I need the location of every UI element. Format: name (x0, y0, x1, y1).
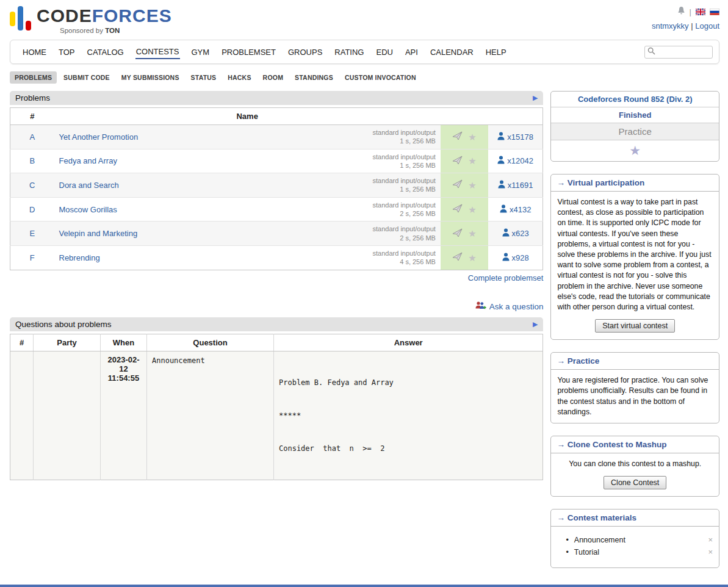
russia-flag-icon[interactable] (710, 9, 719, 15)
subnav-submit-code[interactable]: SUBMIT CODE (59, 71, 115, 84)
problem-name-link[interactable]: Velepin and Marketing (59, 229, 138, 238)
nav-item-gym[interactable]: GYM (191, 46, 211, 59)
nav-item-catalog[interactable]: CATALOG (87, 46, 124, 59)
search-icon (647, 47, 655, 57)
logo-text-forces: FORCES (92, 5, 172, 26)
logo-text-code: CODE (37, 5, 92, 26)
practice-title: → Practice (551, 353, 719, 370)
problem-index-link[interactable]: D (29, 205, 35, 214)
nav-item-help[interactable]: HELP (485, 46, 507, 59)
problem-index-link[interactable]: E (29, 229, 35, 238)
problem-limits: 1 s, 256 MB (373, 185, 436, 193)
favorite-star-icon[interactable]: ★ (468, 205, 476, 214)
subnav-standings[interactable]: STANDINGS (290, 71, 338, 84)
contest-title-link[interactable]: Codeforces Round 852 (Div. 2) (578, 95, 693, 104)
subnav-my-submissions[interactable]: MY SUBMISSIONS (117, 71, 184, 84)
problem-name-link[interactable]: Fedya and Array (59, 156, 117, 165)
materials-list: • Announcement × • Tutorial × (551, 527, 719, 567)
bullet-icon: • (566, 548, 568, 556)
subnav-hacks[interactable]: HACKS (223, 71, 256, 84)
close-icon[interactable]: × (708, 535, 713, 544)
solved-count-link[interactable]: x11691 (508, 181, 533, 190)
solvers-person-icon (502, 253, 510, 263)
solved-count-link[interactable]: x623 (512, 229, 529, 238)
ask-question-row: Ask a question (10, 301, 543, 312)
problem-index-link[interactable]: F (30, 253, 35, 262)
nav-item-rating[interactable]: RATING (334, 46, 364, 59)
nav-item-api[interactable]: API (405, 46, 419, 59)
clone-button-row: Clone Contest (551, 475, 719, 496)
hack-plane-icon[interactable] (452, 252, 463, 263)
clone-mashup-box: → Clone Contest to Mashup You can clone … (550, 436, 719, 497)
virtual-participation-title: → Virtual participation (551, 175, 719, 192)
start-virtual-contest-button[interactable]: Start virtual contest (595, 319, 675, 333)
problem-index-link[interactable]: C (29, 181, 35, 190)
logo-bars-icon (10, 5, 31, 31)
subnav-status[interactable]: STATUS (186, 71, 222, 84)
search-input[interactable] (657, 48, 710, 56)
hack-plane-icon[interactable] (452, 156, 463, 167)
uk-flag-icon[interactable] (696, 9, 705, 15)
solvers-person-icon (500, 204, 507, 215)
questions-caption-bar: Questions about problems ▶ (10, 317, 543, 331)
table-row: B Fedya and Array standard input/output1… (10, 149, 543, 173)
practice-box: → Practice You are registered for practi… (550, 352, 719, 423)
problem-limits: 2 s, 256 MB (373, 209, 436, 218)
nav-item-edu[interactable]: EDU (375, 46, 393, 59)
clone-contest-button[interactable]: Clone Contest (604, 476, 666, 489)
hack-plane-icon[interactable] (452, 179, 463, 190)
virtual-participation-text: Virtual contest is a way to take part in… (551, 192, 719, 318)
questions-table: # Party When Question Answer 2023-02-12 … (10, 334, 543, 480)
hack-plane-icon[interactable] (452, 204, 463, 215)
complete-problemset-link[interactable]: Complete problemset (468, 273, 544, 283)
nav-item-home[interactable]: HOME (22, 46, 47, 59)
sponsored-prefix: Sponsored by (60, 27, 103, 34)
subnav-custom-invocation[interactable]: CUSTOM INVOCATION (340, 71, 421, 84)
nav-item-problemset[interactable]: PROBLEMSET (221, 46, 276, 59)
close-icon[interactable]: × (708, 547, 713, 556)
problem-name-link[interactable]: Yet Another Promotion (59, 132, 139, 142)
solved-count-link[interactable]: x12042 (507, 156, 533, 165)
ask-question-link[interactable]: Ask a question (489, 302, 544, 311)
hack-plane-icon[interactable] (452, 228, 463, 239)
username-link[interactable]: sntmxykky (652, 21, 689, 31)
favorite-star-icon[interactable]: ★ (468, 229, 476, 238)
subnav-room[interactable]: ROOM (258, 71, 288, 84)
codeforces-logo[interactable]: CODEFORCES Sponsored by TON (10, 5, 172, 34)
problem-name-link[interactable]: Moscow Gorillas (59, 205, 117, 214)
favorite-star-icon[interactable]: ★ (468, 156, 476, 165)
nav-item-groups[interactable]: GROUPS (287, 46, 323, 59)
problem-index-link[interactable]: A (29, 132, 35, 142)
problem-name-link[interactable]: Rebrending (59, 253, 100, 262)
favorite-star-icon[interactable]: ★ (629, 143, 641, 157)
logout-link[interactable]: Logout (695, 21, 719, 31)
question-party (34, 351, 101, 480)
expand-arrow-icon[interactable]: ▶ (533, 320, 538, 328)
problem-name-link[interactable]: Dora and Search (59, 181, 119, 190)
tutorial-link[interactable]: Tutorial (574, 548, 708, 556)
nav-item-calendar[interactable]: CALENDAR (430, 46, 474, 59)
solvers-person-icon (502, 228, 510, 239)
favorite-star-icon[interactable]: ★ (468, 181, 476, 190)
user-row: sntmxykky | Logout (652, 21, 719, 31)
bell-icon[interactable] (677, 6, 685, 17)
hack-plane-icon[interactable] (452, 131, 463, 142)
solved-count-link[interactable]: x928 (512, 253, 529, 262)
solvers-person-icon (497, 132, 505, 142)
page: CODEFORCES Sponsored by TON | (0, 0, 728, 580)
answer-line: ***** (279, 410, 538, 421)
question-answer: Problem B. Fedya and Array ***** Conside… (274, 351, 543, 480)
favorite-star-icon[interactable]: ★ (468, 253, 476, 262)
problems-col-solved (488, 108, 543, 125)
nav-item-contests[interactable]: CONTESTS (135, 45, 180, 59)
expand-arrow-icon[interactable]: ▶ (533, 94, 538, 102)
solved-count-link[interactable]: x4132 (510, 205, 531, 214)
favorite-star-icon[interactable]: ★ (468, 132, 476, 142)
solved-count-link[interactable]: x15178 (507, 132, 533, 142)
subnav-problems[interactable]: PROBLEMS (10, 71, 57, 84)
announcement-link[interactable]: Announcement (574, 536, 708, 544)
problems-header-row: # Name (10, 108, 543, 125)
questions-header-row: # Party When Question Answer (10, 334, 543, 351)
problem-index-link[interactable]: B (29, 156, 35, 165)
nav-item-top[interactable]: TOP (58, 46, 76, 59)
